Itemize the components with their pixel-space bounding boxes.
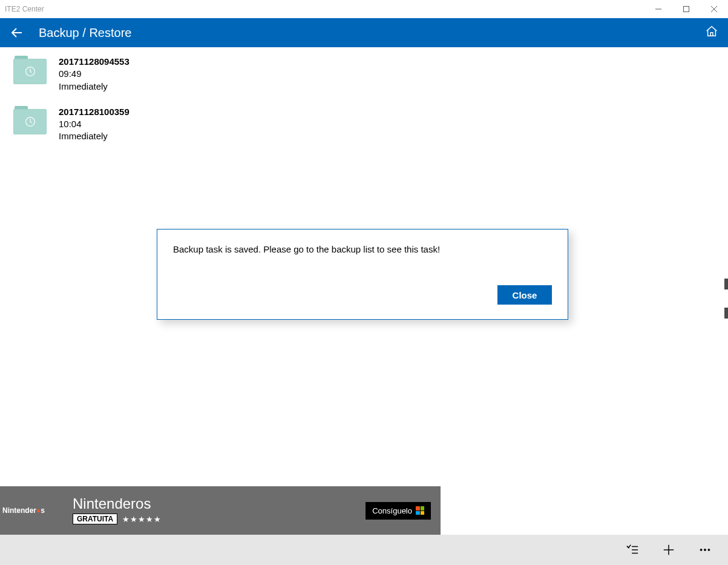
folder-icon	[13, 56, 47, 85]
ad-cta-label: Consíguelo	[372, 506, 412, 515]
home-button[interactable]	[705, 25, 718, 41]
backup-time: 10:04	[59, 118, 130, 130]
backup-time: 09:49	[59, 68, 130, 80]
maximize-button[interactable]	[672, 0, 700, 18]
info-dialog: Backup task is saved. Please go to the b…	[157, 229, 568, 320]
backup-list: 20171128094553 09:49 Immediately 2017112…	[0, 47, 728, 160]
svg-point-14	[708, 549, 710, 551]
close-window-button[interactable]	[700, 0, 728, 18]
window-title: ITE2 Center	[5, 5, 44, 13]
ad-center: Nintenderos GRATUITA ★★★★★	[73, 497, 353, 524]
backup-meta: 20171128100359 10:04 Immediately	[59, 106, 130, 143]
minimize-button[interactable]	[644, 0, 672, 18]
backup-name: 20171128100359	[59, 106, 130, 118]
ad-star-rating: ★★★★★	[122, 515, 162, 524]
dialog-close-button[interactable]: Close	[497, 285, 552, 305]
svg-point-12	[700, 549, 702, 551]
window-titlebar: ITE2 Center	[0, 0, 728, 18]
folder-icon	[13, 106, 47, 135]
ad-cta-button[interactable]: Consíguelo	[366, 502, 431, 520]
page-title: Backup / Restore	[39, 26, 131, 40]
content-area: 20171128094553 09:49 Immediately 2017112…	[0, 47, 728, 486]
add-button[interactable]	[652, 535, 686, 565]
ad-brand-logo: Nintender●s	[0, 506, 61, 515]
more-button[interactable]	[688, 535, 722, 565]
command-bar	[0, 535, 728, 565]
backup-item[interactable]: 20171128100359 10:04 Immediately	[13, 104, 715, 154]
microsoft-store-icon	[416, 506, 424, 515]
scrollbar-hint	[724, 279, 728, 289]
app-header: Backup / Restore	[0, 18, 728, 47]
window-controls	[644, 0, 728, 18]
ad-price-badge: GRATUITA	[73, 514, 117, 524]
svg-rect-1	[684, 6, 689, 12]
select-button[interactable]	[615, 535, 649, 565]
backup-item[interactable]: 20171128094553 09:49 Immediately	[13, 53, 715, 104]
backup-mode: Immediately	[59, 81, 130, 93]
ad-banner[interactable]: Nintender●s Nintenderos GRATUITA ★★★★★ C…	[0, 486, 441, 535]
backup-name: 20171128094553	[59, 56, 130, 68]
ad-title: Nintenderos	[73, 497, 353, 511]
ad-brand-prefix: Nintender	[2, 506, 36, 515]
dialog-message: Backup task is saved. Please go to the b…	[173, 244, 552, 254]
ad-brand-suffix: s	[41, 506, 45, 515]
back-button[interactable]	[10, 25, 24, 40]
backup-mode: Immediately	[59, 130, 130, 142]
svg-point-13	[704, 549, 706, 551]
backup-meta: 20171128094553 09:49 Immediately	[59, 56, 130, 93]
scrollbar-hint	[724, 308, 728, 319]
